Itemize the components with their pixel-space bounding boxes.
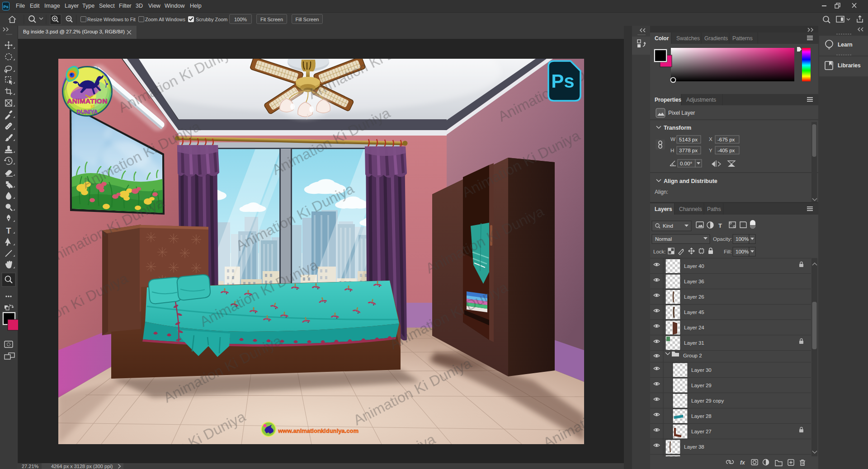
svg-text:Properties: Properties	[655, 97, 682, 103]
svg-text:fx: fx	[740, 460, 745, 466]
svg-text:100%: 100%	[736, 236, 749, 242]
svg-text:DUNIYA: DUNIYA	[77, 109, 98, 115]
svg-text:ANIMATION: ANIMATION	[67, 97, 107, 105]
svg-text:Gradients: Gradients	[704, 35, 728, 42]
svg-text:Layer 28: Layer 28	[691, 413, 712, 419]
svg-text:Layer 29: Layer 29	[691, 383, 712, 388]
svg-text:Kind: Kind	[663, 223, 673, 229]
svg-text:Adjustments: Adjustments	[686, 97, 716, 103]
svg-text:Transform: Transform	[664, 125, 691, 131]
svg-text:Align:: Align:	[655, 189, 668, 195]
svg-text:Color: Color	[655, 35, 669, 42]
svg-text:Normal: Normal	[655, 236, 672, 242]
svg-text:Layer 29 copy: Layer 29 copy	[691, 398, 724, 403]
svg-text:Layer 45: Layer 45	[684, 310, 704, 315]
svg-text:Lock:: Lock:	[653, 249, 666, 254]
svg-text:Swatches: Swatches	[676, 35, 700, 42]
svg-text:Ps: Ps	[551, 70, 574, 92]
svg-text:Group 2: Group 2	[683, 353, 702, 358]
svg-text:Layer 24: Layer 24	[684, 325, 704, 330]
svg-text:Y: Y	[709, 148, 712, 153]
svg-text:Pixel Layer: Pixel Layer	[668, 110, 695, 116]
svg-text:T: T	[718, 222, 722, 229]
svg-text:Layer 30: Layer 30	[691, 367, 712, 373]
svg-text:Layers: Layers	[655, 206, 672, 212]
svg-text:Patterns: Patterns	[732, 35, 753, 42]
svg-text:Paths: Paths	[707, 206, 721, 212]
svg-text:X: X	[709, 136, 712, 142]
svg-text:KI: KI	[91, 104, 95, 109]
svg-text:3778 px: 3778 px	[679, 148, 698, 153]
svg-text:Channels: Channels	[679, 206, 702, 212]
svg-text:W: W	[670, 136, 675, 142]
svg-text:Align and Distribute: Align and Distribute	[664, 178, 717, 184]
svg-text:Ps: Ps	[3, 5, 8, 9]
svg-text:0.00°: 0.00°	[680, 161, 692, 166]
svg-text:Layer 40: Layer 40	[684, 263, 704, 269]
svg-text:Opacity:: Opacity:	[713, 236, 732, 242]
svg-text:-405 px: -405 px	[717, 148, 735, 153]
svg-text:Layer 38: Layer 38	[684, 444, 704, 450]
svg-text:Fill:: Fill:	[724, 249, 732, 254]
svg-text:5143 px: 5143 px	[679, 137, 698, 142]
svg-text:H: H	[670, 148, 674, 153]
svg-text:Layer 26: Layer 26	[684, 294, 704, 300]
svg-text:Layer 31: Layer 31	[684, 340, 704, 346]
svg-text:100%: 100%	[736, 249, 749, 254]
svg-text:Layer 27: Layer 27	[691, 429, 712, 434]
svg-text:-675 px: -675 px	[717, 137, 735, 142]
svg-text:Layer 36: Layer 36	[684, 279, 704, 284]
svg-text:T: T	[6, 226, 11, 235]
svg-text:www.animationkiduniya.com: www.animationkiduniya.com	[278, 427, 359, 434]
